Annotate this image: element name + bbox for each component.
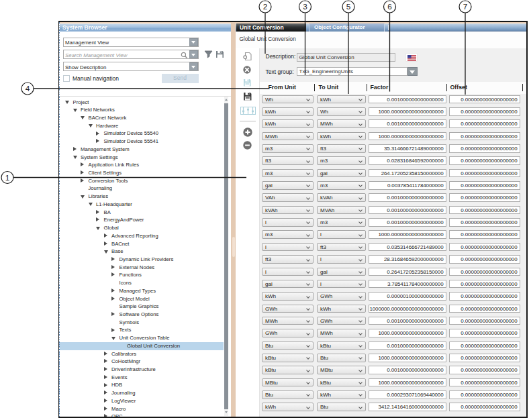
svg-text:3: 3 — [303, 2, 307, 11]
svg-text:7: 7 — [463, 2, 468, 11]
svg-text:2: 2 — [263, 2, 268, 11]
svg-text:4: 4 — [26, 84, 30, 93]
svg-text:6: 6 — [387, 2, 392, 11]
svg-text:1: 1 — [5, 173, 10, 182]
svg-text:5: 5 — [346, 2, 351, 11]
